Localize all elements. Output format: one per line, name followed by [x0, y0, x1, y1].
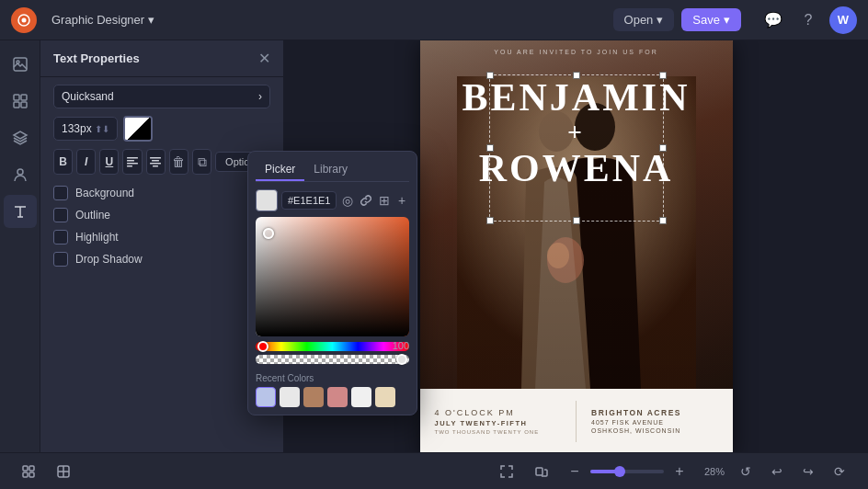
- layers-panel-button[interactable]: [15, 458, 42, 485]
- highlight-label: Highlight: [75, 231, 119, 244]
- color-swatch-button[interactable]: [123, 116, 153, 142]
- name2-text: ROWENA: [479, 147, 674, 189]
- open-chevron-icon: ▾: [657, 13, 663, 27]
- card-bottom-left: 4 O'CLOCK PM JULY TWENTY-FIFTH TWO THOUS…: [420, 401, 577, 442]
- history-button[interactable]: ⟳: [826, 458, 853, 485]
- svg-rect-13: [150, 157, 161, 159]
- recent-colors-label: Recent Colors: [256, 373, 409, 383]
- background-checkbox-item[interactable]: Background: [53, 186, 270, 200]
- sidebar-item-text[interactable]: [4, 195, 37, 228]
- highlight-checkbox[interactable]: [53, 230, 68, 244]
- color-picker-popup: Picker Library #E1E1E1 ◎ ⊞ +: [247, 151, 417, 415]
- opacity-value: 100: [393, 340, 409, 351]
- zoom-control: − + 28%: [563, 460, 725, 483]
- panel-close-button[interactable]: ✕: [258, 50, 270, 67]
- tab-library[interactable]: Library: [304, 159, 357, 181]
- help-icon-button[interactable]: ?: [794, 6, 822, 34]
- recent-colors-section: Recent Colors: [256, 373, 409, 407]
- svg-rect-29: [536, 468, 542, 475]
- recent-color-2[interactable]: [280, 387, 300, 407]
- hue-handle[interactable]: [257, 341, 268, 352]
- underline-button[interactable]: U: [99, 149, 119, 175]
- recent-color-1[interactable]: [256, 387, 276, 407]
- recent-color-3[interactable]: [303, 387, 324, 407]
- hex-input[interactable]: #E1E1E1: [281, 191, 337, 210]
- zoom-in-button[interactable]: +: [668, 460, 691, 483]
- font-size-input[interactable]: 133px ⬆⬇: [53, 117, 118, 141]
- app-name-chevron: ▾: [148, 13, 154, 27]
- picker-tabs: Picker Library: [256, 159, 409, 182]
- svg-rect-14: [152, 160, 159, 162]
- color-gradient-picker[interactable]: [256, 217, 409, 336]
- svg-rect-5: [21, 95, 27, 100]
- duplicate-button[interactable]: ⧉: [192, 149, 211, 175]
- svg-rect-11: [127, 163, 138, 165]
- hex-row: #E1E1E1 ◎ ⊞ +: [256, 189, 409, 211]
- plus-text: +: [420, 119, 733, 147]
- text-properties-panel: Text Properties ✕ Quicksand › 133px ⬆⬇ B…: [40, 40, 284, 452]
- resize-button[interactable]: [528, 458, 555, 485]
- opacity-handle[interactable]: [396, 354, 407, 365]
- svg-rect-6: [14, 102, 19, 108]
- opacity-slider[interactable]: [256, 355, 409, 364]
- highlight-checkbox-item[interactable]: Highlight: [53, 230, 270, 244]
- save-chevron-icon: ▾: [724, 13, 730, 27]
- tab-picker[interactable]: Picker: [256, 159, 304, 181]
- align-left-button[interactable]: [122, 149, 142, 175]
- recent-colors-list: [256, 387, 409, 407]
- sidebar-item-people[interactable]: [4, 158, 37, 191]
- drop-shadow-checkbox[interactable]: [53, 252, 68, 267]
- grid-view-button[interactable]: [50, 458, 77, 485]
- wedding-image: YOU ARE INVITED TO JOIN US FOR BENJAMIN …: [420, 40, 733, 389]
- hue-slider[interactable]: [256, 342, 409, 351]
- panel-header: Text Properties ✕: [40, 40, 283, 77]
- zoom-handle[interactable]: [614, 466, 625, 477]
- recent-color-6[interactable]: [375, 387, 395, 407]
- font-selector[interactable]: Quicksand ›: [53, 85, 270, 108]
- gradient-handle[interactable]: [263, 228, 274, 239]
- opacity-row: 100: [256, 355, 409, 364]
- redo-button[interactable]: ↪: [794, 458, 822, 485]
- recent-color-5[interactable]: [351, 387, 371, 407]
- save-button[interactable]: Save ▾: [681, 8, 741, 31]
- fit-screen-button[interactable]: [493, 458, 520, 485]
- user-avatar[interactable]: W: [829, 6, 857, 34]
- bold-button[interactable]: B: [53, 149, 73, 175]
- undo-button[interactable]: ↩: [763, 458, 791, 485]
- svg-rect-16: [153, 165, 158, 167]
- eyedropper-icon-button[interactable]: ◎: [340, 189, 355, 211]
- recent-color-4[interactable]: [327, 387, 348, 407]
- drop-shadow-checkbox-item[interactable]: Drop Shadow: [53, 252, 270, 267]
- background-checkbox[interactable]: [53, 186, 68, 200]
- align-center-button[interactable]: [146, 149, 166, 175]
- app-name-button[interactable]: Graphic Designer ▾: [44, 9, 162, 30]
- sidebar-item-image[interactable]: [4, 48, 37, 81]
- drop-shadow-label: Drop Shadow: [75, 253, 143, 266]
- italic-button[interactable]: I: [76, 149, 96, 175]
- svg-rect-9: [127, 157, 138, 159]
- card-bottom: 4 O'CLOCK PM JULY TWENTY-FIFTH TWO THOUS…: [420, 389, 733, 452]
- chat-icon-button[interactable]: 💬: [760, 6, 787, 34]
- open-button[interactable]: Open ▾: [613, 8, 675, 31]
- add-icon-button[interactable]: +: [394, 189, 409, 211]
- svg-rect-7: [21, 102, 27, 108]
- sidebar-item-layers[interactable]: [4, 121, 37, 154]
- bottom-toolbar: − + 28% ↺ ↩ ↪ ⟳: [0, 452, 868, 489]
- canvas-card: YOU ARE INVITED TO JOIN US FOR BENJAMIN …: [420, 40, 733, 452]
- zoom-out-button[interactable]: −: [563, 460, 587, 483]
- svg-rect-24: [23, 472, 28, 477]
- name1-text: BENJAMIN: [462, 76, 690, 119]
- outline-checkbox[interactable]: [53, 208, 68, 222]
- link-icon-button[interactable]: [359, 189, 373, 211]
- zoom-slider[interactable]: [590, 470, 664, 473]
- grid-icon-button[interactable]: ⊞: [377, 189, 392, 211]
- svg-rect-15: [150, 163, 161, 165]
- outline-checkbox-item[interactable]: Outline: [53, 208, 270, 222]
- sidebar-item-elements[interactable]: [4, 85, 37, 118]
- size-color-row: 133px ⬆⬇: [40, 116, 283, 149]
- svg-rect-23: [29, 466, 34, 471]
- delete-button[interactable]: 🗑: [169, 149, 188, 175]
- rotate-ccw-button[interactable]: ↺: [732, 458, 760, 485]
- card-address1: 4057 FISK AVENUE: [591, 419, 718, 426]
- card-bottom-right: BRIGHTON ACRES 4057 FISK AVENUE OSHKOSH,…: [577, 401, 733, 441]
